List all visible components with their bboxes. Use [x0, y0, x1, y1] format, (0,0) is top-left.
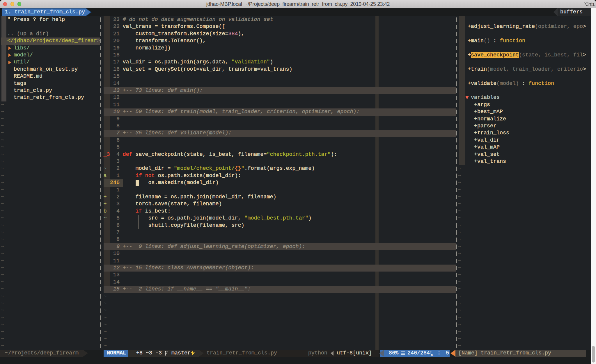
svg-text:N: N	[431, 353, 433, 356]
